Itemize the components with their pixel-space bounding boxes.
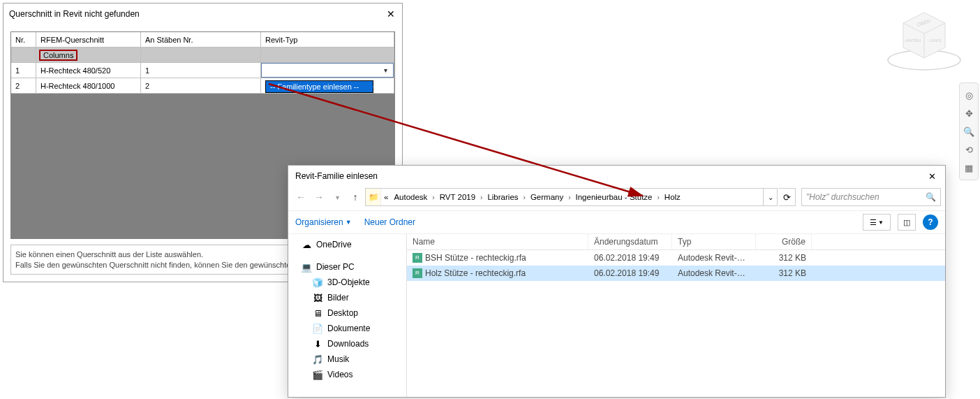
revit-type-dropdown[interactable]: ▾: [261, 63, 394, 78]
breadcrumb-seg[interactable]: Libraries: [484, 189, 521, 205]
img-icon: 🖼: [312, 292, 323, 303]
dropdown-item-load-family[interactable]: -- Familientype einlesen --: [266, 81, 373, 92]
columns-group-label: Columns: [39, 50, 77, 61]
doc-icon: 📄: [312, 323, 323, 334]
tree-item[interactable]: 🧊3D-Objekte: [288, 275, 406, 290]
col-size-header[interactable]: Größe: [756, 234, 812, 249]
breadcrumb-seg[interactable]: Autodesk: [391, 189, 430, 205]
help-button[interactable]: ?: [923, 215, 938, 230]
look-icon[interactable]: ▦: [960, 159, 978, 177]
nav-back-button[interactable]: ←: [292, 189, 309, 205]
tree-item[interactable]: ⬇Downloads: [288, 336, 406, 351]
nav-up-button[interactable]: ↑: [347, 189, 364, 205]
col-rfem-header[interactable]: RFEM-Querschnitt: [36, 32, 141, 48]
rfa-file-icon: R: [413, 268, 422, 278]
search-input[interactable]: "Holz" durchsuchen 🔍: [801, 188, 941, 206]
dialog1-titlebar[interactable]: Querschnitt in Revit nicht gefunden ✕: [3, 3, 402, 24]
music-icon: 🎵: [312, 354, 323, 365]
chevron-down-icon: ▾: [379, 64, 392, 77]
vid-icon: 🎬: [312, 369, 323, 380]
col-name-header[interactable]: Name: [407, 234, 588, 249]
col-revit-header[interactable]: Revit-Typ: [261, 32, 394, 48]
tree-item[interactable]: 🖥Desktop: [288, 305, 406, 321]
tree-item[interactable]: 📄Dokumente: [288, 321, 406, 336]
viewcube-left-label: HINTEN: [905, 38, 921, 43]
view-mode-button[interactable]: ☰▼: [863, 214, 891, 231]
breadcrumb-seg[interactable]: Holz: [662, 189, 683, 205]
breadcrumb-dropdown-icon[interactable]: ⌄: [763, 189, 777, 205]
dialog2-titlebar[interactable]: Revit-Familie einlesen ✕: [288, 166, 945, 187]
viewcube-right-label: LINKS: [929, 38, 941, 43]
col-date-header[interactable]: Änderungsdatum: [588, 234, 672, 249]
folder-icon: 📁: [366, 189, 381, 205]
file-row[interactable]: RHolz Stütze - rechteckig.rfa 06.02.2018…: [407, 266, 945, 281]
breadcrumb-seg[interactable]: RVT 2019: [437, 189, 478, 205]
nav-wheel-panel: ◎ ✥ 🔍 ⟲ ▦: [959, 82, 979, 180]
col-stab-header[interactable]: An Stäben Nr.: [141, 32, 261, 48]
preview-pane-button[interactable]: ◫: [898, 214, 916, 231]
refresh-button[interactable]: ⟳: [779, 188, 796, 206]
close-button[interactable]: ✕: [920, 168, 944, 184]
search-icon: 🔍: [926, 192, 936, 202]
tree-item[interactable]: 🎬Videos: [288, 367, 406, 382]
nav-recent-button[interactable]: ▾: [329, 189, 346, 205]
breadcrumb-seg[interactable]: Germany: [528, 189, 566, 205]
pc-icon: 💻: [301, 261, 312, 273]
new-folder-button[interactable]: Neuer Ordner: [364, 217, 415, 227]
col-type-header[interactable]: Typ: [672, 234, 756, 249]
close-button[interactable]: ✕: [381, 6, 401, 22]
dialog2-title: Revit-Familie einlesen: [295, 171, 378, 181]
group-row[interactable]: Columns: [11, 48, 394, 63]
orbit-icon[interactable]: ⟲: [960, 140, 978, 159]
rfa-file-icon: R: [413, 253, 422, 263]
cloud-icon: ☁: [301, 239, 312, 250]
zoom-icon[interactable]: 🔍: [960, 122, 978, 140]
desk-icon: 🖥: [312, 307, 323, 319]
folder-tree[interactable]: ☁OneDrive💻Dieser PC🧊3D-Objekte🖼Bilder🖥De…: [288, 234, 407, 397]
breadcrumb-seg[interactable]: «: [381, 189, 391, 205]
steering-wheel-icon[interactable]: ◎: [960, 86, 978, 104]
pan-icon[interactable]: ✥: [960, 104, 978, 122]
file-list[interactable]: Name Änderungsdatum Typ Größe RBSH Stütz…: [407, 234, 945, 397]
dropdown-list[interactable]: -- Familientype einlesen --: [265, 80, 373, 93]
dl-icon: ⬇: [312, 338, 323, 349]
tree-item[interactable]: 🎵Musik: [288, 351, 406, 367]
col-nr-header[interactable]: Nr.: [11, 32, 36, 48]
viewcube-widget[interactable]: OBEN HINTEN LINKS: [882, 6, 966, 75]
nav-forward-button: →: [311, 189, 327, 205]
file-open-dialog: Revit-Familie einlesen ✕ ← → ▾ ↑ 📁 « Aut…: [288, 165, 946, 398]
breadcrumb-seg[interactable]: Ingenieurbau - Stütze: [573, 189, 655, 205]
tree-item[interactable]: ☁OneDrive: [288, 237, 406, 252]
file-row[interactable]: RBSH Stütze - rechteckig.rfa 06.02.2018 …: [407, 250, 945, 266]
breadcrumb-bar[interactable]: 📁 « Autodesk› RVT 2019› Libraries› Germa…: [365, 188, 778, 206]
grid-row-1[interactable]: 1 H-Rechteck 480/520 1 ▾: [11, 63, 394, 78]
tree-item[interactable]: 💻Dieser PC: [288, 259, 406, 275]
organize-menu[interactable]: Organisieren ▼: [295, 217, 352, 227]
tree-item[interactable]: 🖼Bilder: [288, 290, 406, 305]
dialog1-title: Querschnitt in Revit nicht gefunden: [9, 9, 140, 19]
3d-icon: 🧊: [312, 277, 323, 288]
